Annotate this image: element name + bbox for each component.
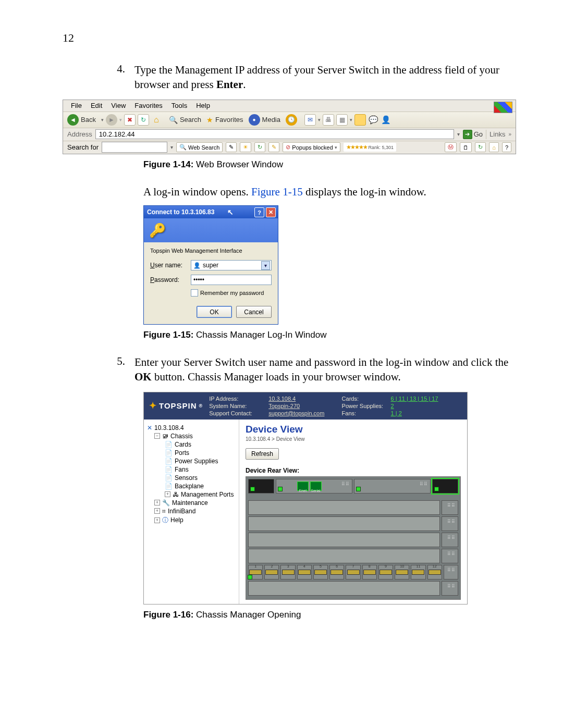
password-input[interactable]: ••••• bbox=[191, 275, 272, 285]
history-icon[interactable]: 🕓 bbox=[286, 114, 297, 126]
slot-row-2[interactable] bbox=[248, 516, 440, 531]
slot-row-3[interactable] bbox=[248, 533, 440, 547]
tree-chassis[interactable]: −🖳Chassis bbox=[147, 432, 236, 440]
refresh-button[interactable]: Refresh bbox=[246, 448, 279, 460]
menu-help[interactable]: Help bbox=[192, 101, 214, 110]
cancel-button[interactable]: Cancel bbox=[236, 306, 272, 318]
port-slot-2[interactable]: 2 bbox=[264, 565, 279, 579]
home-icon[interactable]: ⌂ bbox=[151, 115, 162, 125]
popups-button[interactable]: ⊘Popups blocked▾ bbox=[283, 142, 340, 152]
toolbar-icon-4[interactable]: ✎ bbox=[268, 142, 279, 152]
port-slot-11[interactable]: 11 bbox=[411, 565, 425, 579]
back-icon[interactable]: ◄ bbox=[67, 114, 79, 126]
figure-1-15-ref[interactable]: Figure 1-15 bbox=[249, 186, 305, 198]
cm-cards-value[interactable]: 6 | 11 | 13 | 15 | 17 bbox=[391, 396, 462, 402]
tree-mgmt-ports[interactable]: +🖧Management Ports bbox=[147, 490, 236, 499]
tree-ports[interactable]: 📄Ports bbox=[147, 449, 236, 457]
cm-sup-value[interactable]: support@topspin.com bbox=[268, 410, 339, 416]
slot-row-1[interactable] bbox=[248, 500, 440, 515]
fan-6[interactable]: ⠿⠿ bbox=[442, 581, 458, 596]
tree-fans[interactable]: 📄Fans bbox=[147, 465, 236, 474]
fan-1[interactable]: ⠿⠿ bbox=[442, 500, 458, 515]
right-icon-5[interactable]: ? bbox=[502, 142, 511, 152]
tree-root[interactable]: ✕10.3.108.4 bbox=[147, 424, 236, 432]
address-input[interactable] bbox=[95, 129, 454, 139]
slot-row-6[interactable] bbox=[248, 581, 440, 596]
menu-view[interactable]: View bbox=[107, 101, 129, 110]
tree-cards[interactable]: 📄Cards bbox=[147, 440, 236, 449]
menu-tools[interactable]: Tools bbox=[168, 101, 191, 110]
port-slot-4[interactable]: 4 bbox=[297, 565, 312, 579]
edit-icon[interactable]: ▦ bbox=[336, 114, 348, 126]
port-slot-3[interactable]: 3 bbox=[280, 565, 295, 579]
right-icon-1[interactable]: Ⓜ bbox=[445, 142, 457, 152]
port-slot-1[interactable]: 1 bbox=[248, 565, 263, 579]
psu-right[interactable] bbox=[432, 479, 458, 493]
person-icon[interactable]: 👤 bbox=[381, 115, 391, 125]
websearch-button[interactable]: 🔍Web Search bbox=[176, 142, 223, 152]
port-slot-10[interactable]: 10 bbox=[395, 565, 409, 579]
right-icon-3[interactable]: ↻ bbox=[475, 142, 486, 152]
go-button[interactable]: ➔Go bbox=[463, 130, 483, 139]
port-slot-6[interactable]: 6 bbox=[329, 565, 344, 579]
fan-3[interactable]: ⠿⠿ bbox=[442, 533, 458, 547]
rank-widget[interactable]: ★★★★★Rank: 5,301 bbox=[344, 143, 397, 152]
expand-icon[interactable]: + bbox=[154, 508, 160, 514]
username-input[interactable]: 👤super bbox=[191, 260, 272, 270]
print-icon[interactable]: 🖶 bbox=[323, 114, 334, 126]
forward-icon[interactable]: ► bbox=[106, 114, 117, 126]
menu-favorites[interactable]: Favorites bbox=[131, 101, 166, 110]
mgmt-card[interactable]: ⠿⠿ Enet Serial bbox=[276, 479, 352, 493]
port-slot-12[interactable]: 12 bbox=[427, 565, 442, 579]
remember-checkbox[interactable] bbox=[191, 289, 198, 297]
favorites-star-icon[interactable]: ★ bbox=[206, 116, 213, 124]
port-slot-8[interactable]: 8 bbox=[362, 565, 377, 579]
search-icon[interactable]: 🔍 bbox=[169, 116, 178, 124]
expand-icon[interactable]: + bbox=[165, 491, 170, 497]
searchfor-input[interactable] bbox=[102, 142, 167, 153]
right-icon-2[interactable]: 🗒 bbox=[460, 142, 472, 152]
cm-ip-value[interactable]: 10.3.108.4 bbox=[268, 396, 339, 402]
cm-ps-value[interactable]: 2 bbox=[391, 403, 462, 409]
toolbar-icon-3[interactable]: ↻ bbox=[254, 142, 265, 152]
refresh-icon[interactable]: ↻ bbox=[138, 114, 149, 126]
expand-icon[interactable]: + bbox=[154, 517, 160, 523]
media-icon[interactable]: ● bbox=[249, 114, 260, 126]
media-label[interactable]: Media bbox=[262, 116, 280, 124]
cm-sys-value[interactable]: Topspin-270 bbox=[268, 403, 339, 409]
slot-row-4[interactable] bbox=[248, 549, 440, 563]
toolbar-icon-1[interactable]: ✎ bbox=[226, 142, 237, 152]
mail-icon[interactable]: ✉ bbox=[304, 114, 316, 126]
psu-left[interactable] bbox=[248, 479, 274, 493]
favorites-label[interactable]: Favorites bbox=[215, 116, 243, 124]
back-label[interactable]: Back bbox=[81, 116, 96, 124]
help-button[interactable]: ? bbox=[254, 207, 264, 217]
stop-icon[interactable]: ✖ bbox=[124, 114, 136, 126]
tree-help[interactable]: +ⓘHelp bbox=[147, 515, 236, 525]
fan-4[interactable]: ⠿⠿ bbox=[442, 549, 458, 563]
port-slot-9[interactable]: 9 bbox=[378, 565, 393, 579]
messenger-icon[interactable]: 💬 bbox=[368, 115, 378, 125]
mgmt-card-2[interactable]: ⠿⠿ bbox=[354, 479, 431, 493]
tree-maintenance[interactable]: +🔧Maintenance bbox=[147, 499, 236, 507]
folder-icon[interactable] bbox=[354, 114, 366, 126]
tree-backplane[interactable]: 📄Backplane bbox=[147, 482, 236, 490]
close-button[interactable]: ✕ bbox=[266, 207, 276, 217]
right-icon-4[interactable]: ⌂ bbox=[489, 142, 499, 152]
port-slot-5[interactable]: 5 bbox=[313, 565, 328, 579]
ok-button[interactable]: OK bbox=[197, 306, 232, 318]
expand-icon[interactable]: + bbox=[154, 500, 160, 505]
menu-edit[interactable]: Edit bbox=[87, 101, 106, 110]
port-slot-7[interactable]: 7 bbox=[346, 565, 360, 579]
fan-2[interactable]: ⠿⠿ bbox=[442, 516, 458, 531]
collapse-icon[interactable]: − bbox=[154, 433, 160, 439]
links-label[interactable]: Links bbox=[489, 130, 505, 138]
search-label[interactable]: Search bbox=[180, 116, 201, 124]
tree-infiniband[interactable]: +⌗InfiniBand bbox=[147, 507, 236, 515]
remember-checkbox-row[interactable]: Remember my password bbox=[191, 289, 272, 297]
tree-power-supplies[interactable]: 📄Power Supplies bbox=[147, 457, 236, 465]
menu-file[interactable]: File bbox=[67, 101, 85, 110]
cm-fans-value[interactable]: 1 | 2 bbox=[391, 410, 462, 416]
fan-5[interactable]: ⠿⠿ bbox=[444, 565, 458, 579]
toolbar-icon-2[interactable]: ☀ bbox=[240, 142, 251, 152]
